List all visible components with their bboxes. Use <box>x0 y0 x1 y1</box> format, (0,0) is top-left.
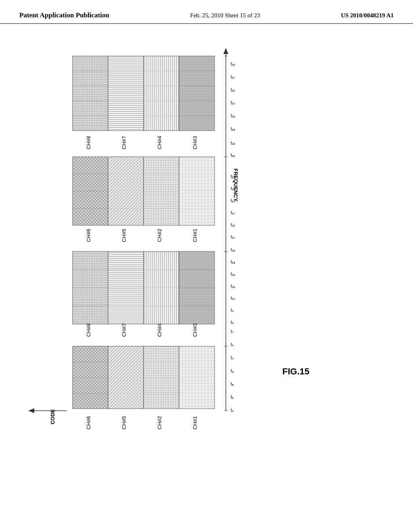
svg-text:f₈: f₈ <box>231 320 234 325</box>
svg-text:f₂₇: f₂₇ <box>231 75 235 79</box>
svg-text:CH#1: CH#1 <box>192 416 198 429</box>
publication-title: Patent Application Publication <box>19 11 109 19</box>
svg-text:CH#3: CH#3 <box>192 323 198 337</box>
svg-text:f₄: f₄ <box>231 369 234 373</box>
svg-text:f₁₂: f₁₂ <box>231 272 235 276</box>
svg-rect-87 <box>108 346 144 409</box>
svg-text:CH#8: CH#8 <box>86 136 92 149</box>
svg-text:f₁₁: f₁₁ <box>231 284 235 289</box>
svg-text:CH#5: CH#5 <box>121 416 127 429</box>
svg-text:CH#6: CH#6 <box>86 229 92 242</box>
svg-text:f₂₁: f₂₁ <box>231 153 235 158</box>
svg-text:f₂: f₂ <box>231 395 234 399</box>
svg-rect-91 <box>144 346 179 409</box>
svg-text:f₇: f₇ <box>231 330 234 334</box>
svg-rect-19 <box>73 56 108 131</box>
svg-text:f₁₃: f₁₃ <box>231 260 235 264</box>
svg-text:f₂₆: f₂₆ <box>231 88 235 92</box>
svg-text:CH#4: CH#4 <box>156 136 163 149</box>
svg-text:CODE: CODE <box>50 409 56 424</box>
svg-text:CH#7: CH#7 <box>121 136 127 149</box>
svg-text:f₁₄: f₁₄ <box>231 248 235 252</box>
svg-rect-95 <box>179 346 215 409</box>
svg-text:CH#6: CH#6 <box>86 416 92 429</box>
svg-text:CH#2: CH#2 <box>156 416 163 429</box>
svg-text:f₅: f₅ <box>231 356 234 360</box>
svg-text:f₂₈: f₂₈ <box>231 62 235 66</box>
main-content: CH#8 CH#7 CH#4 CH#3 <box>0 24 413 524</box>
svg-text:f₁₅: f₁₅ <box>231 235 235 239</box>
svg-text:CH#4: CH#4 <box>156 323 163 337</box>
svg-text:f₁₆: f₁₆ <box>231 223 235 227</box>
svg-text:f₁₈: f₁₈ <box>231 199 235 203</box>
svg-text:CH#1: CH#1 <box>192 229 198 242</box>
svg-text:f₂₃: f₂₃ <box>231 127 235 131</box>
svg-text:f₁₉: f₁₉ <box>231 187 235 191</box>
publication-info: Feb. 25, 2010 Sheet 15 of 23 <box>190 12 260 19</box>
svg-text:f₂₀: f₂₀ <box>231 175 235 179</box>
publication-number: US 2010/0048219 A1 <box>341 12 394 19</box>
svg-marker-140 <box>28 408 34 413</box>
svg-text:CH#8: CH#8 <box>86 323 92 337</box>
svg-text:f₁₀: f₁₀ <box>231 296 235 301</box>
svg-text:f₃: f₃ <box>231 382 234 387</box>
svg-text:FIG.15: FIG.15 <box>282 366 309 376</box>
svg-text:f₂₄: f₂₄ <box>231 114 235 118</box>
svg-text:FREQUENCY: FREQUENCY <box>233 168 239 202</box>
svg-text:f₂₅: f₂₅ <box>231 101 235 105</box>
svg-text:f₂₂: f₂₂ <box>231 141 235 145</box>
svg-text:f₁: f₁ <box>231 408 234 413</box>
svg-text:CH#2: CH#2 <box>156 229 163 242</box>
svg-rect-34 <box>179 56 215 131</box>
svg-text:CH#5: CH#5 <box>121 229 127 242</box>
page-header: Patent Application Publication Feb. 25, … <box>0 0 413 24</box>
svg-rect-24 <box>108 56 144 131</box>
svg-text:f₆: f₆ <box>231 343 234 347</box>
svg-rect-83 <box>73 346 108 409</box>
svg-text:CH#3: CH#3 <box>192 136 198 149</box>
svg-rect-29 <box>144 56 179 131</box>
svg-text:CH#7: CH#7 <box>121 323 127 337</box>
svg-marker-104 <box>223 48 228 54</box>
svg-text:f₁₇: f₁₇ <box>231 211 235 215</box>
svg-text:f₉: f₉ <box>231 308 234 313</box>
